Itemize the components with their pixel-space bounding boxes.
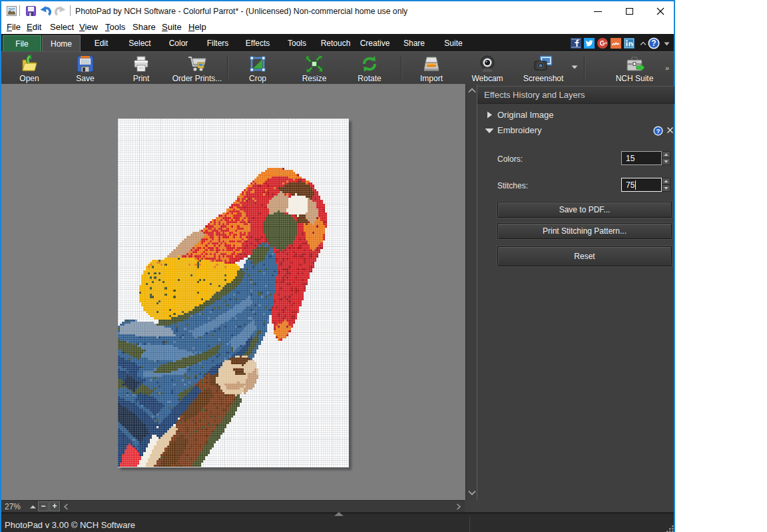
svg-text:?: ? xyxy=(651,39,656,48)
svg-text:?: ? xyxy=(656,127,660,134)
